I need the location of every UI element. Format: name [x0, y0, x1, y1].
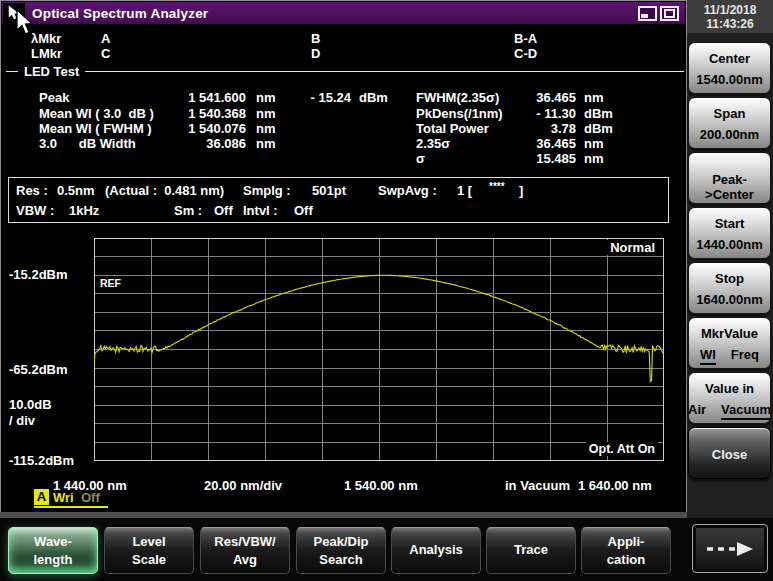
- vbw-value: 1kHz: [69, 203, 99, 218]
- row-value: 36.465: [494, 90, 576, 105]
- y-axis-scale-label: 10.0dB: [9, 397, 52, 412]
- spectrum-plot: Normal REF Opt. Att On: [94, 238, 664, 461]
- analysis-row-3dbwidth: 3.0 dB Width 36.086 nm: [39, 136, 399, 150]
- group-rule-right: [85, 71, 684, 72]
- menu-line2: Avg: [201, 552, 289, 567]
- softkey-line1: Span: [689, 106, 770, 121]
- softkey-span[interactable]: Span 200.00nm: [688, 97, 771, 149]
- softkey-peak-to-center[interactable]: Peak->Center: [688, 152, 771, 204]
- menu-line1: Wave-: [9, 534, 97, 549]
- intvl-value: Off: [294, 203, 313, 218]
- y-axis-mid-label: -65.2dBm: [9, 362, 68, 377]
- title-bar[interactable]: Optical Spectrum Analyzer: [2, 2, 685, 24]
- row-unit: nm: [584, 136, 604, 151]
- analysis-row-meanfwhm: Mean WI ( FWHM ) 1 540.076 nm: [39, 121, 399, 135]
- softkey-close[interactable]: Close: [688, 427, 771, 479]
- row-unit: nm: [584, 151, 604, 166]
- menu-line1: Level: [105, 534, 193, 549]
- menu-res-vbw-avg[interactable]: Res/VBW/ Avg: [200, 527, 290, 574]
- time-text: 11:43:26: [687, 17, 773, 31]
- x-axis-medium-label: in Vacuum: [505, 478, 570, 493]
- x-axis-scale-label: 20.00 nm/div: [204, 478, 282, 493]
- analysis-row-totalpower: Total Power 3.78 dBm: [416, 121, 646, 135]
- analysis-row-sigma: σ 15.485 nm: [416, 151, 646, 165]
- optical-attenuator-status: Opt. Att On: [586, 442, 658, 456]
- softkey-line2: 1540.00nm: [689, 72, 770, 87]
- menu-trace[interactable]: Trace: [486, 527, 576, 574]
- option-vacuum[interactable]: Vacuum: [721, 402, 771, 420]
- minimize-icon: [641, 14, 648, 18]
- softkey-stop[interactable]: Stop 1640.00nm: [688, 262, 771, 314]
- marker-b-label: B: [311, 31, 320, 46]
- smplg-label: Smplg :: [243, 183, 291, 198]
- menu-more-button[interactable]: [692, 524, 768, 573]
- row-unit: nm: [256, 136, 276, 151]
- maximize-button[interactable]: [660, 6, 679, 21]
- softkey-line1: Peak->Center: [689, 172, 770, 202]
- sm-label: Sm :: [174, 203, 202, 218]
- vbw-label: VBW :: [16, 203, 54, 218]
- swpavg-label: SwpAvg :: [378, 183, 437, 198]
- menu-line2: Search: [297, 552, 385, 567]
- row-value: 36.465: [494, 136, 576, 151]
- y-axis-scale-unit: / div: [9, 413, 35, 428]
- maximize-icon: [664, 9, 675, 18]
- x-axis-stop-label: 1 640.00 nm: [578, 478, 652, 493]
- option-air[interactable]: Air: [688, 402, 706, 420]
- row-label: Mean WI ( FWHM ): [39, 121, 152, 136]
- menu-level-scale[interactable]: Level Scale: [104, 527, 194, 574]
- row-value: 3.78: [494, 121, 576, 136]
- row-unit: nm: [256, 121, 276, 136]
- osa-window: Optical Spectrum Analyzer λMkr A B B-A L…: [0, 0, 687, 513]
- row-unit: dBm: [584, 121, 613, 136]
- row-unit: nm: [256, 106, 276, 121]
- minimize-button[interactable]: [638, 6, 657, 21]
- analysis-row-peak: Peak 1 541.600 nm - 15.24 dBm: [39, 90, 399, 104]
- row-label: Peak: [39, 90, 69, 105]
- trace-a-badge: A: [34, 489, 49, 505]
- row-value: 1 541.600: [149, 90, 246, 105]
- softkey-start[interactable]: Start 1440.00nm: [688, 207, 771, 259]
- option-wl[interactable]: WI: [700, 347, 716, 365]
- menu-peak-dip-search[interactable]: Peak/Dip Search: [296, 527, 386, 574]
- menu-line2: Scale: [105, 552, 193, 567]
- mouse-cursor-icon: [15, 9, 35, 41]
- row-label: Mean WI ( 3.0 dB ): [39, 106, 154, 121]
- row-value: 15.485: [494, 151, 576, 166]
- ref-level-label: REF: [97, 277, 124, 289]
- display-mode-label: Normal: [607, 240, 658, 255]
- menu-application[interactable]: Appli- cation: [581, 527, 671, 574]
- marker-d-label: D: [311, 46, 320, 61]
- analysis-group-title: LED Test: [24, 64, 79, 79]
- menu-analysis[interactable]: Analysis: [391, 527, 481, 574]
- analysis-row-235sigma: 2.35σ 36.465 nm: [416, 136, 646, 150]
- option-freq[interactable]: Freq: [731, 347, 759, 365]
- y-axis-ref-label: -15.2dBm: [9, 267, 68, 282]
- res-actual: (Actual : 0.481 nm): [105, 183, 224, 198]
- smplg-value: 501pt: [312, 183, 346, 198]
- wavelength-marker-row: λMkr A B B-A: [1, 31, 688, 45]
- marker-ba-label: B-A: [514, 31, 537, 46]
- row-unit: dBm: [584, 106, 613, 121]
- menu-line2: length: [9, 552, 97, 567]
- row-label: PkDens(/1nm): [416, 106, 503, 121]
- menu-wavelength[interactable]: Wave- length: [8, 527, 98, 574]
- softkey-value-in[interactable]: Value in Air Vacuum: [688, 372, 771, 424]
- softkey-line1: Value in: [689, 381, 770, 396]
- row-label: FWHM(2.35σ): [416, 90, 499, 105]
- x-axis-center-label: 1 540.00 nm: [344, 478, 418, 493]
- row-label: 2.35σ: [416, 136, 450, 151]
- intvl-label: Intvl :: [243, 203, 278, 218]
- row-value: 36.086: [149, 136, 246, 151]
- softkey-marker-value[interactable]: MkrValue WI Freq: [688, 317, 771, 369]
- res-label: Res :: [16, 183, 48, 198]
- window-title: Optical Spectrum Analyzer: [32, 6, 208, 21]
- row-value: - 11.30: [494, 106, 576, 121]
- lv-marker-label: LMkr: [31, 46, 62, 61]
- marker-c-label: C: [101, 46, 110, 61]
- row-unit: nm: [584, 90, 604, 105]
- softkey-line1: Close: [689, 447, 770, 462]
- softkey-center[interactable]: Center 1540.00nm: [688, 42, 771, 94]
- swpavg-bracket: ]: [519, 183, 523, 198]
- y-axis-bottom-label: -115.2dBm: [9, 453, 74, 468]
